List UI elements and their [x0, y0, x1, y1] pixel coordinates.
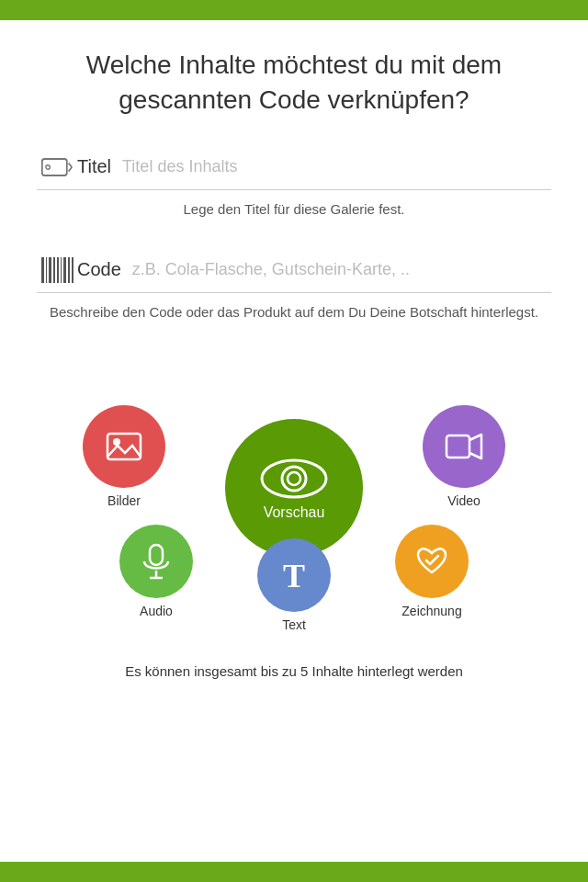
svg-rect-10 [150, 545, 163, 565]
top-bar [0, 0, 588, 20]
text-button-wrapper: T Text [257, 538, 331, 632]
video-button-wrapper: Video [423, 405, 505, 508]
title-section: Titel Titel des Inhalts Lege den Titel f… [37, 149, 551, 219]
text-label: Text [282, 617, 306, 632]
audio-button[interactable] [119, 525, 193, 598]
main-content: Welche Inhalte möchtest du mit dem gesca… [0, 20, 588, 862]
text-button[interactable]: T [257, 538, 331, 612]
audio-label: Audio [140, 604, 173, 618]
page-title: Welche Inhalte möchtest du mit dem gesca… [37, 48, 551, 118]
title-label: Titel [77, 156, 111, 177]
footer-hint: Es können insgesamt bis zu 5 Inhalte hin… [37, 663, 551, 679]
svg-line-3 [69, 167, 73, 172]
svg-rect-7 [107, 434, 141, 459]
headline-line2: gescannten Code verknüpfen? [119, 85, 469, 114]
preview-button-wrapper: Vorschau [225, 419, 363, 557]
drawing-icon [413, 543, 450, 580]
preview-label: Vorschau [264, 504, 325, 521]
content-buttons-area: Vorschau Bilder [37, 355, 551, 649]
code-field-row: Code z.B. Cola-Flasche, Gutschein-Karte,… [37, 252, 551, 293]
code-label: Code [77, 259, 121, 280]
images-button[interactable] [83, 405, 165, 488]
video-icon [445, 431, 483, 462]
images-button-wrapper: Bilder [83, 405, 165, 508]
drawing-label: Zeichnung [401, 604, 461, 618]
microphone-icon [141, 543, 172, 580]
barcode-icon [37, 257, 77, 283]
eye-icon [257, 454, 331, 504]
svg-point-8 [113, 438, 120, 446]
svg-rect-9 [447, 435, 469, 458]
video-label: Video [447, 493, 481, 508]
drawing-button[interactable] [395, 525, 469, 598]
code-placeholder: z.B. Cola-Flasche, Gutschein-Karte, .. [132, 260, 410, 279]
items-layout: Vorschau Bilder [37, 355, 551, 649]
svg-point-1 [46, 164, 51, 169]
headline-line1: Welche Inhalte möchtest du mit dem [86, 51, 502, 79]
title-placeholder: Titel des Inhalts [122, 157, 237, 176]
svg-point-5 [282, 467, 306, 491]
code-hint: Beschreibe den Code oder das Produkt auf… [37, 302, 551, 322]
images-icon [105, 429, 143, 464]
images-label: Bilder [107, 493, 141, 508]
bottom-bar [0, 862, 588, 882]
svg-line-2 [69, 163, 73, 167]
title-hint: Lege den Titel für diese Galerie fest. [37, 199, 551, 219]
svg-text:T: T [283, 558, 305, 593]
code-section: Code z.B. Cola-Flasche, Gutschein-Karte,… [37, 252, 551, 322]
video-button[interactable] [423, 405, 505, 488]
text-icon: T [277, 558, 311, 593]
audio-button-wrapper: Audio [119, 525, 193, 618]
tag-icon [37, 154, 77, 180]
svg-point-6 [288, 472, 300, 485]
title-field-row: Titel Titel des Inhalts [37, 149, 551, 190]
drawing-button-wrapper: Zeichnung [395, 525, 469, 618]
preview-button[interactable]: Vorschau [225, 419, 363, 557]
